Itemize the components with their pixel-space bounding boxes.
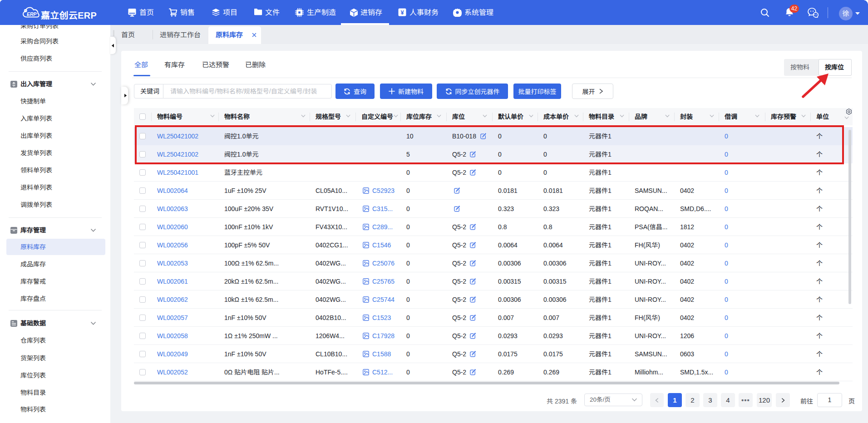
svg-text:ERP: ERP <box>27 11 37 17</box>
svg-text:¥: ¥ <box>400 9 404 16</box>
